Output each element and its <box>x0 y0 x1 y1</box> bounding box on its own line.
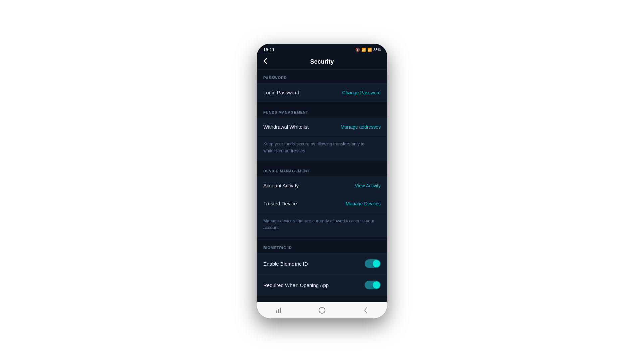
app-header: Security <box>257 54 387 70</box>
required-opening-toggle[interactable] <box>365 281 381 289</box>
nav-home-button[interactable] <box>315 304 329 317</box>
enable-biometric-row: Enable Biometric ID <box>257 253 387 275</box>
login-password-label: Login Password <box>263 89 299 95</box>
enable-biometric-toggle[interactable] <box>365 259 381 268</box>
spacer-3 <box>257 237 387 240</box>
section-biometric-header: BIOMETRIC ID <box>257 240 387 253</box>
device-description-text: Manage devices that are currently allowe… <box>263 218 374 230</box>
account-activity-row: Account Activity View Activity <box>257 177 387 195</box>
view-activity-button[interactable]: View Activity <box>355 183 381 188</box>
manage-addresses-button[interactable]: Manage addresses <box>341 124 381 130</box>
mute-icon: 🔇 <box>355 48 360 52</box>
section-biometric-title: BIOMETRIC ID <box>263 246 292 250</box>
bottom-nav <box>257 302 387 318</box>
trusted-device-label: Trusted Device <box>263 201 297 206</box>
signal-icon: 📶 <box>367 48 372 52</box>
required-opening-label: Required When Opening App <box>263 282 329 288</box>
trusted-device-row: Trusted Device Manage Devices <box>257 195 387 213</box>
page-title: Security <box>310 58 334 65</box>
section-funds-title: FUNDS MANAGEMENT <box>263 110 308 114</box>
back-button[interactable] <box>263 58 267 66</box>
wifi-icon: 📶 <box>361 48 366 52</box>
required-toggle-track <box>365 281 381 289</box>
device-description: Manage devices that are currently allowe… <box>257 213 387 237</box>
withdrawal-whitelist-row: Withdrawal Whitelist Manage addresses <box>257 118 387 136</box>
funds-description-text: Keep your funds secure by allowing trans… <box>263 141 364 153</box>
biometric-toggle-track <box>365 259 381 268</box>
account-activity-label: Account Activity <box>263 183 299 188</box>
battery-text: 83% <box>373 48 381 52</box>
status-bar: 19:11 🔇 📶 📶 83% <box>257 44 387 54</box>
settings-content: PASSWORD Login Password Change Password … <box>257 70 387 298</box>
spacer-4 <box>257 296 387 298</box>
status-time: 19:11 <box>263 47 274 52</box>
change-password-button[interactable]: Change Password <box>342 90 381 95</box>
svg-point-0 <box>319 307 325 313</box>
section-device-header: DEVICE MANAGEMENT <box>257 163 387 177</box>
nav-back-button[interactable] <box>359 304 372 317</box>
section-password-title: PASSWORD <box>263 76 287 80</box>
phone-container: 19:11 🔇 📶 📶 83% Security PASSWORD Login … <box>257 44 387 318</box>
spacer-2 <box>257 160 387 163</box>
enable-biometric-label: Enable Biometric ID <box>263 261 308 267</box>
funds-description: Keep your funds secure by allowing trans… <box>257 136 387 160</box>
section-funds-header: FUNDS MANAGEMENT <box>257 104 387 118</box>
section-device-title: DEVICE MANAGEMENT <box>263 169 310 173</box>
biometric-toggle-thumb <box>373 260 380 267</box>
withdrawal-whitelist-label: Withdrawal Whitelist <box>263 124 309 130</box>
section-password-header: PASSWORD <box>257 70 387 83</box>
login-password-row: Login Password Change Password <box>257 83 387 102</box>
status-icons: 🔇 📶 📶 83% <box>355 48 381 52</box>
required-toggle-thumb <box>373 281 380 289</box>
nav-menu-button[interactable] <box>272 304 285 317</box>
required-opening-row: Required When Opening App <box>257 275 387 296</box>
spacer-1 <box>257 102 387 104</box>
manage-devices-button[interactable]: Manage Devices <box>346 201 381 206</box>
